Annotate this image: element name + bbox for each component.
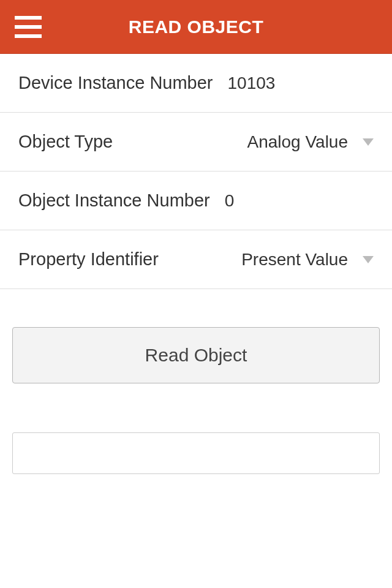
label-object-instance-number: Object Instance Number bbox=[18, 190, 210, 211]
label-property-identifier: Property Identifier bbox=[18, 249, 241, 270]
value-object-instance-number[interactable]: 0 bbox=[225, 191, 374, 211]
header-bar: READ OBJECT bbox=[0, 0, 392, 54]
output-box bbox=[12, 432, 380, 474]
row-device-instance-number[interactable]: Device Instance Number 10103 bbox=[0, 54, 392, 113]
label-object-type: Object Type bbox=[18, 132, 247, 152]
value-device-instance-number[interactable]: 10103 bbox=[228, 74, 374, 93]
button-container: Read Object bbox=[0, 289, 392, 383]
value-property-identifier: Present Value bbox=[241, 250, 348, 270]
output-container bbox=[0, 383, 392, 474]
page-title: READ OBJECT bbox=[129, 17, 264, 37]
chevron-down-icon bbox=[363, 138, 374, 146]
read-object-button[interactable]: Read Object bbox=[12, 327, 380, 383]
label-device-instance-number: Device Instance Number bbox=[18, 73, 213, 93]
row-property-identifier[interactable]: Property Identifier Present Value bbox=[0, 230, 392, 289]
menu-icon[interactable] bbox=[15, 16, 42, 38]
value-object-type: Analog Value bbox=[247, 132, 349, 152]
row-object-instance-number[interactable]: Object Instance Number 0 bbox=[0, 172, 392, 230]
chevron-down-icon bbox=[363, 256, 374, 263]
row-object-type[interactable]: Object Type Analog Value bbox=[0, 113, 392, 172]
